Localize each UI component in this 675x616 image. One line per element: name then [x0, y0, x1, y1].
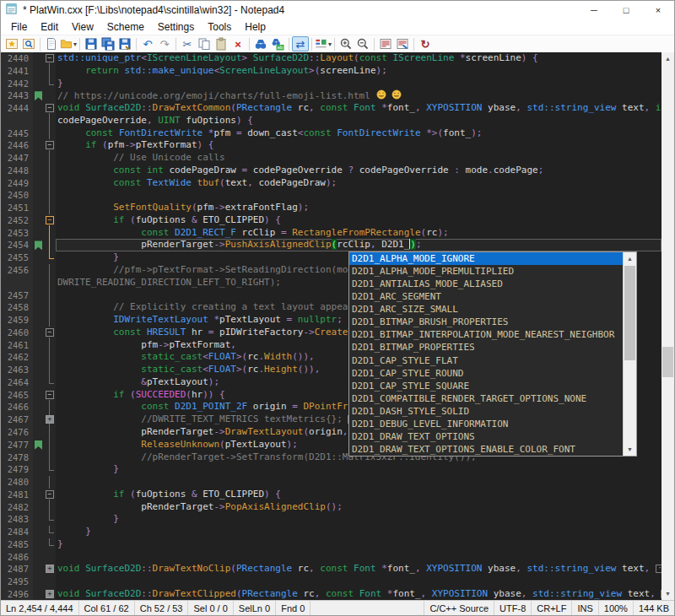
- autocomplete-item[interactable]: D2D1_ANTIALIAS_MODE_ALIASED: [349, 278, 623, 290]
- close-button[interactable]: ×: [642, 1, 674, 19]
- code-text[interactable]: const TextWide tbuf(text, codePageDraw);: [56, 177, 662, 190]
- bookmark-margin[interactable]: [33, 463, 44, 476]
- replace-icon[interactable]: ab: [269, 36, 286, 51]
- title-bar[interactable]: * PlatWin.cxx [F:\Libs\notepad4\scintill…: [1, 1, 674, 19]
- status-overtype[interactable]: INS: [571, 601, 597, 615]
- code-text[interactable]: SetFontQuality(pfm->extraFontFlag);: [56, 202, 662, 214]
- line-number[interactable]: 2444: [1, 102, 33, 115]
- menu-settings[interactable]: Settings: [151, 19, 201, 35]
- bookmark-margin[interactable]: [33, 351, 44, 364]
- reload-icon[interactable]: ↻: [417, 36, 434, 51]
- line-number[interactable]: 2462: [1, 351, 33, 364]
- autocomplete-item[interactable]: D2D1_CAP_STYLE_ROUND: [349, 367, 623, 380]
- paste-icon[interactable]: [213, 36, 230, 51]
- line-number[interactable]: 2443: [1, 89, 33, 102]
- code-text[interactable]: }: [56, 78, 662, 90]
- line-number[interactable]: 2446: [1, 139, 33, 152]
- bookmark-margin[interactable]: [33, 202, 44, 214]
- line-number[interactable]: 2445: [1, 127, 33, 140]
- favorites-icon[interactable]: [3, 36, 20, 51]
- scrollbar-thumb[interactable]: [624, 266, 635, 360]
- bookmark-margin[interactable]: [33, 314, 44, 327]
- autocomplete-item[interactable]: D2D1_ARC_SEGMENT: [349, 290, 623, 303]
- bookmark-margin[interactable]: [33, 538, 44, 551]
- code-text[interactable]: void SurfaceD2D::DrawTextCommon(PRectang…: [56, 102, 662, 115]
- autocomplete-scrollbar[interactable]: ▲ ▼: [623, 252, 636, 456]
- line-number[interactable]: 2496: [1, 588, 33, 600]
- save-copy-icon[interactable]: [116, 36, 133, 51]
- code-text[interactable]: std::unique_ptr<IScreenLineLayout> Surfa…: [56, 52, 662, 65]
- fold-collapse-icon[interactable]: [44, 214, 56, 227]
- redo-icon[interactable]: ↷: [156, 36, 173, 51]
- fold-expand-icon[interactable]: [44, 588, 56, 600]
- bookmark-margin[interactable]: [33, 227, 44, 240]
- bookmark-margin[interactable]: [33, 189, 44, 202]
- browse-files-icon[interactable]: [20, 36, 37, 51]
- open-file-icon[interactable]: ▾: [60, 36, 77, 51]
- bookmark-margin[interactable]: [33, 575, 44, 588]
- status-character[interactable]: Ch 52 / 53: [135, 601, 189, 615]
- scrollbar-thumb[interactable]: [662, 347, 673, 377]
- fold-expand-icon[interactable]: [44, 563, 56, 575]
- save-icon[interactable]: [83, 36, 100, 51]
- code-text[interactable]: }: [56, 526, 662, 538]
- menu-edit[interactable]: Edit: [34, 19, 65, 35]
- status-line[interactable]: Ln 2,454 / 4,444: [1, 601, 79, 615]
- line-number[interactable]: 2440: [1, 52, 33, 65]
- line-number[interactable]: 2465: [1, 389, 33, 402]
- fold-collapse-icon[interactable]: [44, 327, 56, 339]
- editor-scrollbar[interactable]: ▲ ▼: [662, 52, 674, 600]
- undo-icon[interactable]: ↶: [139, 36, 156, 51]
- line-number[interactable]: 2486: [1, 551, 33, 564]
- scroll-down-icon[interactable]: ▼: [662, 587, 674, 600]
- bookmark-margin[interactable]: [33, 551, 44, 564]
- menu-file[interactable]: File: [4, 19, 34, 35]
- bookmark-margin[interactable]: [33, 376, 44, 389]
- bookmark-margin[interactable]: [33, 413, 44, 426]
- bookmark-margin[interactable]: [33, 89, 44, 102]
- autocomplete-item[interactable]: D2D1_BITMAP_BRUSH_PROPERTIES: [349, 316, 623, 328]
- code-text[interactable]: [56, 189, 662, 202]
- scheme-select-icon[interactable]: ▾: [315, 36, 332, 51]
- status-eol[interactable]: CR+LF: [531, 601, 571, 615]
- bookmark-margin[interactable]: [33, 289, 44, 302]
- chevron-down-icon[interactable]: ▾: [73, 41, 77, 48]
- code-text[interactable]: const FontDirectWrite *pfm = down_cast<c…: [56, 127, 662, 140]
- bookmark-margin[interactable]: [33, 476, 44, 489]
- bookmark-margin[interactable]: [33, 513, 44, 526]
- line-number[interactable]: 2449: [1, 177, 33, 190]
- bookmark-margin[interactable]: [33, 65, 44, 78]
- code-text[interactable]: [56, 551, 662, 564]
- bookmark-margin[interactable]: [33, 115, 44, 127]
- fold-collapse-icon[interactable]: [44, 102, 56, 115]
- bookmark-margin[interactable]: [33, 401, 44, 413]
- autocomplete-item[interactable]: D2D1_DASH_STYLE_SOLID: [349, 405, 623, 418]
- delete-icon[interactable]: ×: [230, 36, 246, 51]
- autocomplete-item[interactable]: D2D1_DEBUG_LEVEL_INFORMATION: [349, 418, 623, 430]
- line-number[interactable]: 2487: [1, 563, 33, 575]
- bookmark-margin[interactable]: [33, 439, 44, 451]
- bookmark-margin[interactable]: [33, 588, 44, 600]
- line-number[interactable]: 2495: [1, 575, 33, 588]
- code-text[interactable]: const D2D1_RECT_F rcClip = RectangleFrom…: [56, 227, 662, 240]
- scroll-down-icon[interactable]: ▼: [624, 443, 636, 456]
- code-text[interactable]: return std::make_unique<ScreenLineLayout…: [56, 65, 662, 78]
- menu-help[interactable]: Help: [238, 19, 273, 35]
- code-text[interactable]: if (fuOptions & ETO_CLIPPED) {: [56, 214, 662, 227]
- code-text[interactable]: }: [56, 463, 662, 476]
- line-number[interactable]: 2441: [1, 65, 33, 78]
- autocomplete-item[interactable]: D2D1_DRAW_TEXT_OPTIONS: [349, 430, 623, 443]
- line-number[interactable]: 2463: [1, 364, 33, 376]
- line-number[interactable]: 2459: [1, 314, 33, 327]
- code-text[interactable]: const int codePageDraw = codePageOverrid…: [56, 165, 662, 177]
- code-text[interactable]: if (fuOptions & ETO_CLIPPED) {: [56, 489, 662, 501]
- line-number[interactable]: 2480: [1, 476, 33, 489]
- chevron-down-icon[interactable]: ▾: [328, 41, 332, 48]
- maximize-button[interactable]: □: [610, 1, 642, 19]
- bookmark-margin[interactable]: [33, 389, 44, 402]
- line-number[interactable]: [1, 277, 33, 289]
- line-number[interactable]: 2450: [1, 189, 33, 202]
- line-number[interactable]: 2442: [1, 78, 33, 90]
- bookmark-margin[interactable]: [33, 78, 44, 90]
- autocomplete-item[interactable]: D2D1_ALPHA_MODE_PREMULTIPLIED: [349, 265, 623, 278]
